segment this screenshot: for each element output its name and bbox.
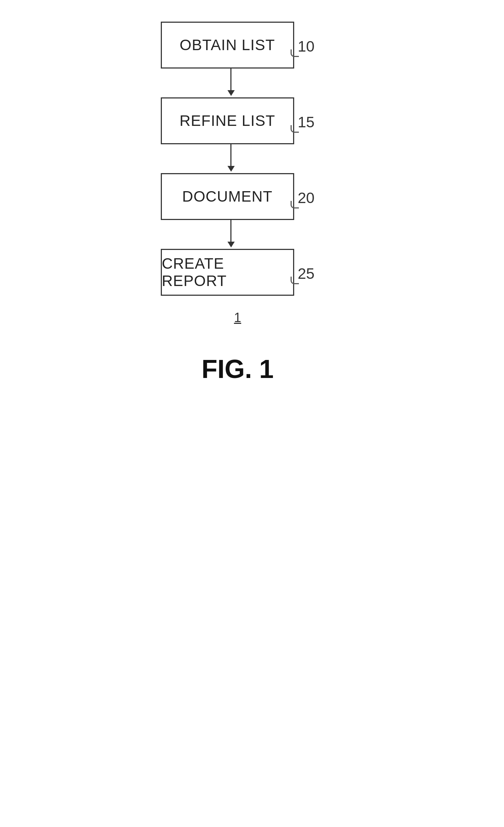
- callout-refine: 15: [298, 111, 315, 131]
- step-number-create: 25: [298, 265, 315, 282]
- connector-line-1: [230, 69, 231, 90]
- step-label-obtain: OBTAIN LIST: [180, 36, 275, 54]
- flowchart: OBTAIN LIST 10 REFINE LIST 15: [161, 22, 315, 296]
- connector-arrow-1: [227, 90, 235, 96]
- step-row-create: CREATE REPORT 25: [161, 249, 315, 296]
- connector-1-2: [227, 69, 235, 97]
- connector-arrow-3: [227, 242, 235, 247]
- step-row-obtain: OBTAIN LIST 10: [161, 22, 315, 69]
- callout-document: 20: [298, 186, 315, 207]
- figure-label-container: 1 FIG. 1: [202, 310, 274, 384]
- step-label-create: CREATE REPORT: [162, 255, 293, 290]
- connector-line-2: [230, 144, 231, 166]
- connector-3-4: [227, 220, 235, 249]
- step-box-refine: REFINE LIST: [161, 97, 294, 144]
- step-number-refine: 15: [298, 114, 315, 131]
- step-number-obtain: 10: [298, 38, 315, 55]
- step-box-obtain: OBTAIN LIST: [161, 22, 294, 69]
- step-row-refine: REFINE LIST 15: [161, 97, 315, 144]
- callout-obtain: 10: [298, 35, 315, 55]
- connector-arrow-2: [227, 166, 235, 172]
- step-label-document: DOCUMENT: [182, 188, 273, 205]
- step-row-document: DOCUMENT 20: [161, 173, 315, 220]
- page-container: OBTAIN LIST 10 REFINE LIST 15: [0, 0, 504, 827]
- callout-create: 25: [298, 262, 315, 282]
- step-label-refine: REFINE LIST: [180, 112, 275, 129]
- figure-ref: 1: [234, 310, 241, 325]
- connector-2-3: [227, 144, 235, 173]
- figure-caption: FIG. 1: [202, 354, 274, 384]
- step-box-document: DOCUMENT: [161, 173, 294, 220]
- step-number-document: 20: [298, 189, 315, 207]
- step-box-create: CREATE REPORT: [161, 249, 294, 296]
- connector-line-3: [230, 220, 231, 242]
